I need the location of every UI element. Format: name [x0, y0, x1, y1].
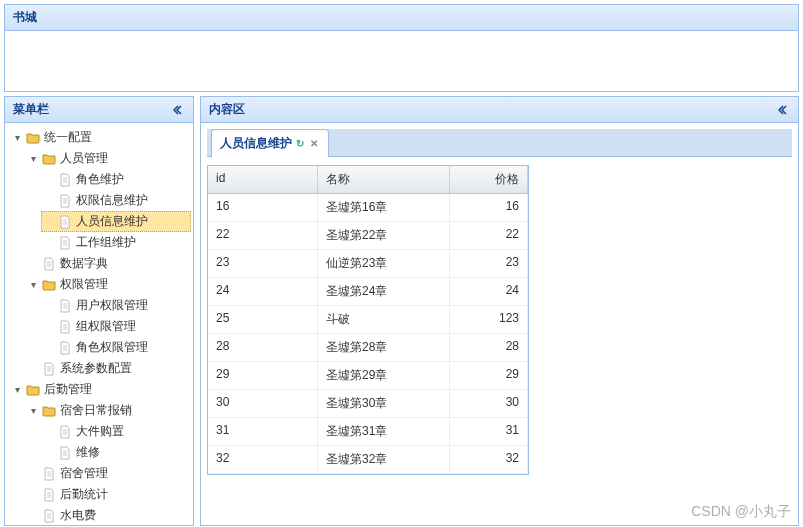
- tree-node-label: 宿舍管理: [60, 465, 108, 482]
- tree-node[interactable]: ▾统一配置: [9, 127, 191, 148]
- table-row[interactable]: 16圣墟第16章16: [208, 194, 528, 222]
- table-row[interactable]: 29圣墟第29章29: [208, 362, 528, 390]
- tree-node[interactable]: ▾权限管理: [25, 274, 191, 295]
- tree-spacer: [43, 342, 55, 354]
- table-row[interactable]: 23仙逆第23章23: [208, 250, 528, 278]
- table-row[interactable]: 22圣墟第22章22: [208, 222, 528, 250]
- tree-node[interactable]: 后勤统计: [25, 484, 191, 505]
- cell-id: 29: [208, 362, 318, 389]
- data-grid: id 名称 价格 16圣墟第16章1622圣墟第22章2223仙逆第23章232…: [207, 165, 529, 475]
- top-panel-body: [5, 31, 798, 91]
- tree-node[interactable]: 角色权限管理: [41, 337, 191, 358]
- collapse-left-icon[interactable]: [774, 102, 790, 118]
- tree-spacer: [43, 447, 55, 459]
- collapse-toggle-icon[interactable]: ▾: [27, 405, 39, 417]
- cell-name: 圣墟第31章: [318, 418, 450, 445]
- tree-node[interactable]: ▾后勤管理: [9, 379, 191, 400]
- tree-node-label: 后勤统计: [60, 486, 108, 503]
- tree-spacer: [43, 174, 55, 186]
- cell-name: 圣墟第24章: [318, 278, 450, 305]
- tree-spacer: [43, 300, 55, 312]
- document-icon: [41, 256, 57, 272]
- table-row[interactable]: 30圣墟第30章30: [208, 390, 528, 418]
- tree-node[interactable]: 角色维护: [41, 169, 191, 190]
- tree-node-label: 权限信息维护: [76, 192, 148, 209]
- tree-node[interactable]: ▾人员管理: [25, 148, 191, 169]
- cell-name: 圣墟第28章: [318, 334, 450, 361]
- cell-name: 圣墟第16章: [318, 194, 450, 221]
- document-icon: [57, 214, 73, 230]
- folder-open-icon: [25, 382, 41, 398]
- tab-label: 人员信息维护: [220, 135, 292, 152]
- tree-spacer: [43, 237, 55, 249]
- table-row[interactable]: 31圣墟第31章31: [208, 418, 528, 446]
- cell-price: 28: [450, 334, 528, 361]
- collapse-toggle-icon[interactable]: ▾: [11, 132, 23, 144]
- tree-node-label: 用户权限管理: [76, 297, 148, 314]
- cell-name: 斗破: [318, 306, 450, 333]
- table-row[interactable]: 32圣墟第32章32: [208, 446, 528, 474]
- tree-node-label: 人员信息维护: [76, 213, 148, 230]
- tree-node[interactable]: 大件购置: [41, 421, 191, 442]
- refresh-icon[interactable]: ↻: [296, 138, 304, 149]
- cell-name: 仙逆第23章: [318, 250, 450, 277]
- cell-price: 123: [450, 306, 528, 333]
- folder-open-icon: [41, 277, 57, 293]
- cell-price: 24: [450, 278, 528, 305]
- folder-open-icon: [41, 403, 57, 419]
- cell-price: 22: [450, 222, 528, 249]
- cell-name: 圣墟第29章: [318, 362, 450, 389]
- tree-node[interactable]: 人员信息维护: [41, 211, 191, 232]
- folder-open-icon: [41, 151, 57, 167]
- collapse-toggle-icon[interactable]: ▾: [27, 153, 39, 165]
- collapse-left-icon[interactable]: [169, 102, 185, 118]
- cell-id: 28: [208, 334, 318, 361]
- close-icon[interactable]: ✕: [308, 138, 320, 150]
- tree-spacer: [43, 216, 55, 228]
- top-panel-header: 书城: [5, 5, 798, 31]
- tree-node[interactable]: 宿舍管理: [25, 463, 191, 484]
- collapse-toggle-icon[interactable]: ▾: [11, 384, 23, 396]
- document-icon: [57, 445, 73, 461]
- cell-name: 圣墟第22章: [318, 222, 450, 249]
- document-icon: [41, 508, 57, 524]
- tree-node[interactable]: 数据字典: [25, 253, 191, 274]
- tree-node-label: 系统参数配置: [60, 360, 132, 377]
- tab-strip: 人员信息维护 ↻ ✕: [207, 129, 792, 157]
- tree-spacer: [27, 510, 39, 522]
- sidebar-header: 菜单栏: [5, 97, 193, 123]
- table-row[interactable]: 28圣墟第28章28: [208, 334, 528, 362]
- table-row[interactable]: 25斗破123: [208, 306, 528, 334]
- col-header-name[interactable]: 名称: [318, 166, 450, 193]
- tree-node[interactable]: 系统参数配置: [25, 358, 191, 379]
- tree-spacer: [43, 195, 55, 207]
- tree-node[interactable]: 水电费: [25, 505, 191, 523]
- document-icon: [41, 487, 57, 503]
- cell-name: 圣墟第30章: [318, 390, 450, 417]
- document-icon: [57, 193, 73, 209]
- col-header-id[interactable]: id: [208, 166, 318, 193]
- tree-spacer: [43, 426, 55, 438]
- tree-node[interactable]: 维修: [41, 442, 191, 463]
- table-row[interactable]: 24圣墟第24章24: [208, 278, 528, 306]
- tree-node[interactable]: 工作组维护: [41, 232, 191, 253]
- tree-node-label: 数据字典: [60, 255, 108, 272]
- cell-id: 31: [208, 418, 318, 445]
- top-panel: 书城: [4, 4, 799, 92]
- tree-node[interactable]: 用户权限管理: [41, 295, 191, 316]
- nav-tree[interactable]: ▾统一配置▾人员管理角色维护权限信息维护人员信息维护工作组维护数据字典▾权限管理…: [5, 123, 193, 523]
- folder-open-icon: [25, 130, 41, 146]
- tree-node[interactable]: ▾宿舍日常报销: [25, 400, 191, 421]
- document-icon: [57, 319, 73, 335]
- tree-node[interactable]: 组权限管理: [41, 316, 191, 337]
- tab-active[interactable]: 人员信息维护 ↻ ✕: [211, 129, 329, 157]
- cell-price: 29: [450, 362, 528, 389]
- grid-header: id 名称 价格: [208, 166, 528, 194]
- top-title: 书城: [13, 9, 37, 26]
- tree-node[interactable]: 权限信息维护: [41, 190, 191, 211]
- col-header-price[interactable]: 价格: [450, 166, 528, 193]
- tree-node-label: 人员管理: [60, 150, 108, 167]
- content-body: 人员信息维护 ↻ ✕ id 名称 价格 16圣墟第16章1622圣墟第22章22…: [201, 123, 798, 521]
- tree-node-label: 水电费: [60, 507, 96, 523]
- collapse-toggle-icon[interactable]: ▾: [27, 279, 39, 291]
